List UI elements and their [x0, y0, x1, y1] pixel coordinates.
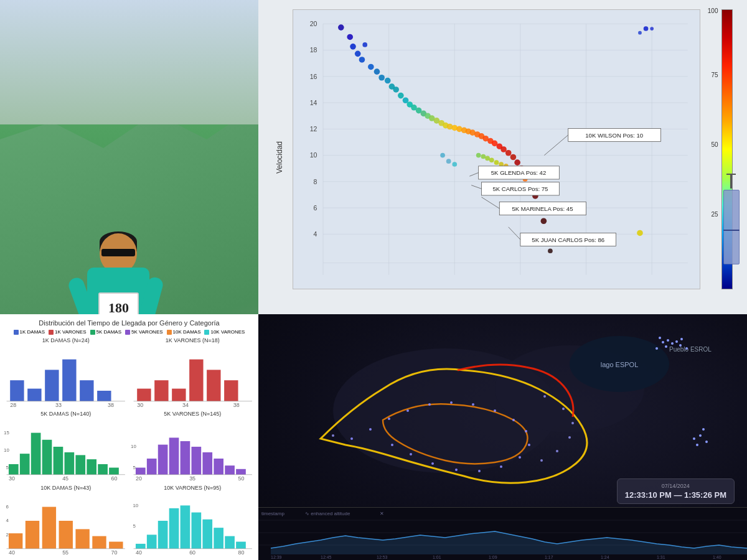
- svg-point-35: [347, 34, 353, 40]
- svg-point-87: [452, 162, 457, 167]
- svg-text:1:31: 1:31: [657, 555, 665, 559]
- svg-point-91: [489, 157, 494, 162]
- map-elevation-chart: timestamp ∿ enhanced altitude ✕ 12:39 12…: [258, 507, 747, 560]
- boxplot-whisker-top: [730, 175, 732, 189]
- scatter-plot-area: Velocidad 20 18 16 14: [258, 0, 707, 314]
- scatter-svg: 20 18 16 14 12 10 8 6 4: [293, 9, 700, 289]
- histogram-title: Distribución del Tiempo de Llegada por G…: [3, 319, 255, 327]
- svg-text:6: 6: [6, 503, 9, 509]
- svg-point-233: [659, 337, 661, 339]
- svg-rect-139: [54, 447, 63, 475]
- svg-text:10: 10: [310, 151, 317, 159]
- svg-text:40: 40: [9, 549, 15, 555]
- svg-point-220: [332, 434, 334, 437]
- svg-point-238: [693, 437, 695, 440]
- svg-text:20: 20: [310, 20, 317, 27]
- svg-text:10: 10: [131, 444, 136, 450]
- svg-point-34: [338, 24, 344, 30]
- svg-text:5K GLENDA Pos: 42: 5K GLENDA Pos: 42: [491, 169, 547, 176]
- hist-title-10k-damas: 10K DAMAS (N=43): [3, 485, 129, 491]
- svg-point-209: [494, 409, 496, 412]
- svg-text:12:39: 12:39: [271, 555, 282, 559]
- svg-rect-173: [92, 536, 106, 548]
- svg-text:16: 16: [310, 73, 317, 80]
- svg-point-40: [368, 64, 374, 70]
- svg-text:1:40: 1:40: [713, 555, 721, 559]
- svg-rect-182: [135, 544, 145, 549]
- legend-dot-1k-damas: [14, 330, 19, 335]
- svg-rect-156: [180, 441, 190, 475]
- svg-line-102: [544, 135, 568, 156]
- hist-10k-varones: 10K VARONES (N=95) 40 60 80 10: [130, 485, 256, 557]
- svg-point-212: [528, 444, 530, 446]
- svg-point-221: [543, 395, 546, 398]
- svg-rect-169: [26, 521, 39, 549]
- svg-point-222: [562, 408, 565, 410]
- svg-point-84: [637, 230, 643, 236]
- map-panel: lago ESPOL Pueblo ES: [258, 314, 747, 560]
- svg-rect-152: [135, 468, 145, 475]
- svg-text:∿ enhanced altitude: ∿ enhanced altitude: [305, 511, 350, 516]
- svg-point-231: [665, 345, 667, 348]
- svg-rect-157: [191, 447, 201, 475]
- map-time-range: 12:33:10 PM — 1:35:26 PM: [625, 490, 726, 500]
- histogram-legend: 1K DAMAS 1K VARONES 5K DAMAS 5K VARONES …: [3, 329, 255, 335]
- svg-rect-171: [59, 521, 73, 549]
- svg-rect-190: [225, 536, 235, 548]
- hist-title-1k-damas: 1K DAMAS (N=24): [3, 337, 129, 343]
- svg-rect-168: [9, 533, 22, 549]
- hist-svg-1k-damas: 28 33 38: [3, 344, 129, 416]
- svg-text:1:24: 1:24: [601, 555, 609, 559]
- hist-title-10k-varones: 10K VARONES (N=95): [130, 485, 256, 491]
- svg-text:38: 38: [233, 402, 239, 408]
- svg-point-213: [519, 456, 521, 459]
- legend-1k-damas: 1K DAMAS: [14, 329, 45, 335]
- svg-text:timestamp: timestamp: [261, 511, 284, 516]
- colorbar-label-75: 75: [711, 72, 718, 78]
- svg-text:1:01: 1:01: [433, 555, 441, 559]
- svg-rect-126: [154, 380, 168, 401]
- svg-point-225: [556, 450, 558, 452]
- svg-point-80: [548, 248, 553, 253]
- svg-point-205: [406, 409, 409, 412]
- svg-rect-140: [65, 452, 75, 475]
- legend-10k-varones: 10K VARONES: [204, 329, 245, 335]
- svg-text:12:45: 12:45: [321, 555, 332, 559]
- svg-text:18: 18: [310, 46, 317, 54]
- svg-point-70: [505, 150, 512, 156]
- svg-point-89: [481, 154, 486, 159]
- svg-text:4: 4: [314, 230, 317, 238]
- svg-point-71: [510, 154, 517, 161]
- svg-rect-154: [157, 445, 167, 475]
- svg-point-92: [494, 160, 499, 165]
- svg-text:8: 8: [314, 178, 317, 185]
- svg-rect-187: [191, 512, 201, 548]
- svg-text:34: 34: [182, 402, 188, 408]
- svg-text:5: 5: [133, 523, 136, 529]
- legend-dot-10k-varones: [204, 330, 209, 335]
- svg-point-88: [476, 153, 481, 158]
- svg-point-217: [431, 462, 434, 465]
- hist-svg-5k-damas: 30 45 60 15 10 5: [3, 418, 129, 490]
- legend-dot-5k-damas: [90, 330, 95, 335]
- legend-label-10k-varones: 10K VARONES: [210, 329, 245, 335]
- svg-text:5K MARINELA Pos: 45: 5K MARINELA Pos: 45: [512, 205, 573, 212]
- svg-point-224: [568, 436, 571, 439]
- svg-point-235: [655, 347, 658, 350]
- svg-point-223: [571, 422, 574, 424]
- legend-dot-10k-damas: [167, 330, 172, 335]
- svg-point-237: [685, 347, 688, 350]
- svg-rect-159: [214, 459, 223, 475]
- hist-1k-varones: 1K VARONES (N=18) 30 34 38: [130, 337, 256, 409]
- svg-rect-183: [146, 534, 156, 548]
- svg-text:5K JUAN CARLOS Pos: 86: 5K JUAN CARLOS Pos: 86: [532, 236, 604, 243]
- svg-rect-174: [109, 541, 123, 548]
- svg-text:10: 10: [133, 502, 138, 508]
- svg-point-81: [644, 26, 649, 31]
- svg-point-211: [525, 430, 527, 432]
- svg-point-36: [350, 44, 356, 50]
- svg-point-78: [541, 218, 547, 224]
- y-axis-label: Velocidad: [275, 141, 284, 173]
- legend-dot-5k-varones: [125, 330, 130, 335]
- svg-rect-172: [75, 529, 89, 548]
